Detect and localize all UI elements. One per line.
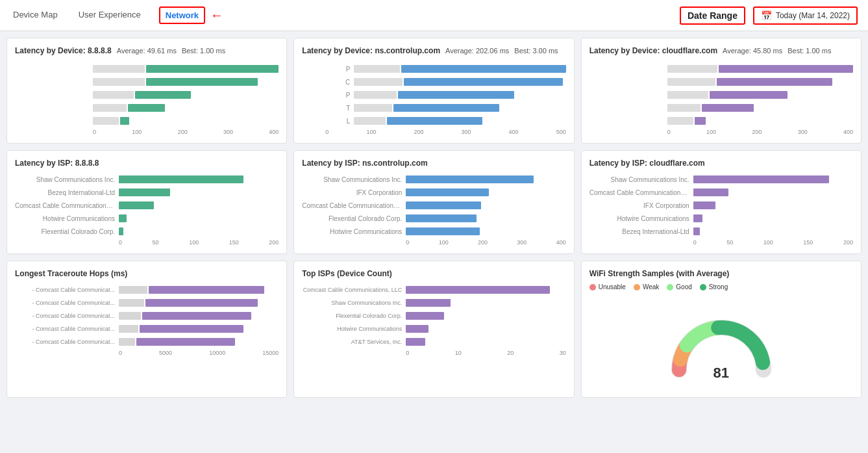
bar-label: Bezeq International-Ltd xyxy=(589,228,693,235)
chart-axis-cf: 0100200300400 xyxy=(589,129,853,135)
bar-container xyxy=(406,187,565,198)
nav-user-experience[interactable]: User Experience xyxy=(76,1,143,30)
bar-container xyxy=(93,64,279,74)
card-title-888: Latency by Device: 8.8.8.8 xyxy=(15,46,112,55)
table-row: Comcast Cable Communications, LLC xyxy=(302,200,565,211)
bar-purple xyxy=(693,227,700,235)
table-row: Bezeq International-Ltd xyxy=(15,187,279,198)
bar-container xyxy=(354,90,565,100)
table-row: Bezeq International-Ltd xyxy=(589,226,853,237)
wifi-legend: Unusable Weak Good Strong xyxy=(589,283,853,291)
bar-label: P xyxy=(302,66,354,73)
card-title-wifi: WiFi Strength Samples (with Average) xyxy=(589,269,853,278)
card-title-ns: Latency by Device: ns.controlup.com xyxy=(302,46,440,55)
unusable-dot xyxy=(589,284,596,291)
table-row: AT&T Services, Inc. xyxy=(302,337,565,347)
bar-gray xyxy=(119,338,135,346)
bar-gray xyxy=(667,117,693,125)
bar-container xyxy=(119,324,279,334)
bar-purple xyxy=(693,188,728,196)
legend-weak: Weak xyxy=(634,283,659,291)
bar-label: AT&T Services, Inc. xyxy=(302,339,406,345)
card-avg-888: Average: 49.61 ms xyxy=(117,47,177,55)
bar-blue xyxy=(401,65,566,73)
bar-chart-888: 0100200300400 xyxy=(15,64,279,135)
card-title-isp-cf: Latency by ISP: cloudflare.com xyxy=(589,159,853,168)
card-best-cf: Best: 1.00 ms xyxy=(787,47,831,55)
bar-label: - Comcast Cable Communicat... xyxy=(15,339,119,345)
table-row xyxy=(589,77,853,87)
table-row: Hotwire Communications xyxy=(15,213,279,224)
good-label: Good xyxy=(676,283,691,291)
bar-label: Shaw Communications Inc. xyxy=(302,300,406,306)
bar-green xyxy=(146,65,279,73)
bar-container xyxy=(667,90,853,100)
legend-strong: Strong xyxy=(700,283,728,291)
bar-container xyxy=(119,285,279,295)
bar-gray xyxy=(119,312,141,320)
main-grid: Latency by Device: 8.8.8.8 Average: 49.6… xyxy=(0,31,868,404)
bar-label: Shaw Communications Inc. xyxy=(589,176,693,183)
bar-chart-isp-ns: Shaw Communications Inc. IFX Corporation… xyxy=(302,174,565,246)
table-row: P xyxy=(302,64,565,74)
bar-container xyxy=(667,77,853,87)
bar-gray xyxy=(354,104,392,112)
card-title-isp-ns: Latency by ISP: ns.controlup.com xyxy=(302,159,565,168)
bar-label: Hotwire Communications xyxy=(589,215,693,222)
header-right: Date Range 📅 Today (Mar 14, 2022) xyxy=(680,6,858,25)
card-title-traceroute: Longest Traceroute Hops (ms) xyxy=(15,269,279,278)
bar-purple xyxy=(140,325,243,333)
arrow-icon: ← xyxy=(210,8,223,23)
bar-purple xyxy=(406,286,550,294)
bar-green xyxy=(119,227,123,235)
bar-gray xyxy=(354,91,396,99)
bar-container xyxy=(354,103,565,113)
legend-unusable: Unusable xyxy=(589,283,626,291)
bar-label: Hotwire Communications xyxy=(302,326,406,332)
bar-gray xyxy=(119,325,138,333)
strong-label: Strong xyxy=(709,283,728,291)
bar-purple xyxy=(136,338,236,346)
bar-blue xyxy=(406,188,489,196)
bar-label: T xyxy=(302,105,354,112)
nav-device-map[interactable]: Device Map xyxy=(10,1,60,30)
table-row: Comcast Cable Communications, LLC xyxy=(589,187,853,198)
card-top-isps: Top ISPs (Device Count) Comcast Cable Co… xyxy=(293,261,574,398)
table-row: Shaw Communications Inc. xyxy=(589,174,853,185)
bar-container xyxy=(406,226,565,237)
bar-label: Bezeq International-Ltd xyxy=(15,189,119,196)
bar-container xyxy=(667,64,853,74)
bar-chart-top-isps: Comcast Cable Communications, LLC Shaw C… xyxy=(302,285,565,356)
bar-purple xyxy=(695,117,706,125)
table-row: - Comcast Cable Communicat... xyxy=(15,337,279,347)
table-row xyxy=(15,103,279,113)
bar-container xyxy=(406,324,565,334)
bar-container xyxy=(119,187,279,198)
date-range-button[interactable]: 📅 Today (Mar 14, 2022) xyxy=(753,6,858,25)
table-row: - Comcast Cable Communicat... xyxy=(15,285,279,295)
bar-chart-ns: P C P T xyxy=(302,64,565,135)
date-range-value: Today (Mar 14, 2022) xyxy=(776,11,850,20)
card-avg-cf: Average: 45.80 ms xyxy=(723,47,782,55)
bar-green xyxy=(128,104,165,112)
table-row xyxy=(15,77,279,87)
bar-container xyxy=(93,77,279,87)
bar-blue xyxy=(406,227,479,235)
bar-purple xyxy=(406,312,444,320)
bar-label: - Comcast Cable Communicat... xyxy=(15,313,119,319)
table-row xyxy=(15,116,279,126)
bar-chart-traceroute: - Comcast Cable Communicat... - Comcast … xyxy=(15,285,279,356)
bar-label: IFX Corporation xyxy=(589,202,693,209)
bar-label: L xyxy=(302,118,354,125)
table-row: IFX Corporation xyxy=(589,200,853,211)
bar-container xyxy=(119,200,279,211)
date-range-label: Date Range xyxy=(680,6,745,25)
bar-label: - Comcast Cable Communicat... xyxy=(15,300,119,306)
bar-blue xyxy=(393,104,499,112)
bar-gray xyxy=(667,91,708,99)
bar-purple xyxy=(693,175,829,183)
bar-green xyxy=(120,117,129,125)
bar-container xyxy=(119,174,279,185)
nav-network[interactable]: Network xyxy=(159,6,205,24)
bar-label: Flexential Colorado Corp. xyxy=(15,228,119,235)
